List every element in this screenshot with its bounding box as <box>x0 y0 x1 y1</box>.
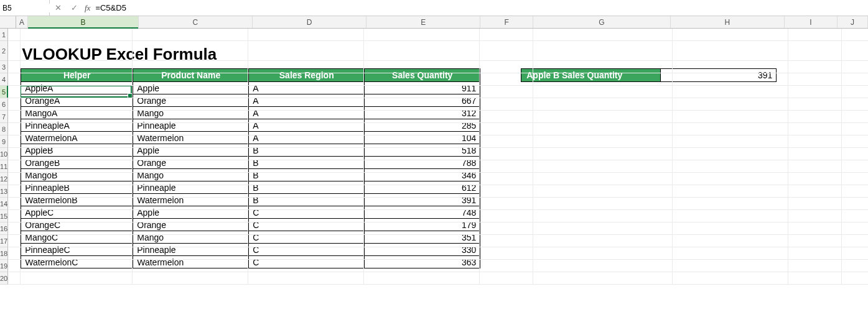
cell[interactable] <box>842 235 868 247</box>
cell[interactable] <box>21 173 133 185</box>
cell[interactable] <box>364 198 480 210</box>
cell[interactable] <box>8 222 21 235</box>
cell[interactable] <box>788 210 842 222</box>
cell[interactable] <box>364 135 480 148</box>
row-header-17[interactable]: 17 <box>0 235 8 247</box>
cell[interactable] <box>842 29 868 41</box>
cell[interactable] <box>133 61 248 73</box>
cell[interactable] <box>842 160 868 173</box>
cell[interactable] <box>842 210 868 222</box>
cell[interactable] <box>21 222 133 235</box>
cell[interactable] <box>480 135 533 148</box>
cell[interactable] <box>364 148 480 160</box>
cell[interactable] <box>480 148 533 160</box>
cell[interactable] <box>248 148 364 160</box>
column-header-C[interactable]: C <box>139 16 253 28</box>
cell[interactable] <box>673 111 788 123</box>
confirm-formula-button[interactable]: ✓ <box>66 0 82 16</box>
cell[interactable] <box>788 272 842 285</box>
column-header-I[interactable]: I <box>785 16 838 28</box>
row-header-3[interactable]: 3 <box>0 61 8 73</box>
cell[interactable] <box>842 260 868 272</box>
cell[interactable] <box>21 148 133 160</box>
cell[interactable] <box>480 123 533 135</box>
cell[interactable] <box>788 235 842 247</box>
cell[interactable] <box>8 173 21 185</box>
cell[interactable] <box>364 73 480 86</box>
cell[interactable] <box>248 173 364 185</box>
cell[interactable] <box>788 86 842 98</box>
cell[interactable] <box>673 198 788 210</box>
cell[interactable] <box>21 198 133 210</box>
cell[interactable] <box>8 123 21 135</box>
column-header-D[interactable]: D <box>253 16 366 28</box>
row-header-16[interactable]: 16 <box>0 222 8 235</box>
cell[interactable] <box>21 210 133 222</box>
cell[interactable] <box>133 210 248 222</box>
cell[interactable] <box>21 160 133 173</box>
cell[interactable] <box>480 173 533 185</box>
cell[interactable] <box>533 148 673 160</box>
cell[interactable] <box>533 272 673 285</box>
cell[interactable] <box>8 160 21 173</box>
cell[interactable] <box>364 98 480 111</box>
row-header-4[interactable]: 4 <box>0 73 8 86</box>
cell[interactable] <box>480 86 533 98</box>
cell[interactable] <box>533 173 673 185</box>
cell[interactable] <box>673 210 788 222</box>
cell[interactable] <box>673 135 788 148</box>
cell[interactable] <box>788 98 842 111</box>
cell[interactable] <box>842 247 868 260</box>
fx-label[interactable]: fx <box>82 0 93 16</box>
cell[interactable] <box>364 222 480 235</box>
cell[interactable] <box>21 260 133 272</box>
cell[interactable] <box>533 135 673 148</box>
cell[interactable] <box>480 41 533 61</box>
cell[interactable] <box>673 185 788 198</box>
cell[interactable] <box>788 41 842 61</box>
cell[interactable] <box>21 247 133 260</box>
cells-area[interactable]: VLOOKUP Excel Formula HelperProduct Name… <box>8 29 868 285</box>
cell[interactable] <box>673 173 788 185</box>
select-all-corner[interactable] <box>0 16 16 28</box>
row-header-7[interactable]: 7 <box>0 111 8 123</box>
cell[interactable] <box>133 247 248 260</box>
cell[interactable] <box>21 123 133 135</box>
cell[interactable] <box>788 123 842 135</box>
cell[interactable] <box>533 247 673 260</box>
row-header-1[interactable]: 1 <box>0 29 8 41</box>
cell[interactable] <box>8 272 21 285</box>
cell[interactable] <box>673 61 788 73</box>
cell[interactable] <box>364 173 480 185</box>
cell[interactable] <box>248 73 364 86</box>
cell[interactable] <box>673 98 788 111</box>
cell[interactable] <box>21 235 133 247</box>
cell[interactable] <box>248 247 364 260</box>
cell[interactable] <box>8 135 21 148</box>
cell[interactable] <box>133 123 248 135</box>
cell[interactable] <box>533 222 673 235</box>
cell[interactable] <box>842 272 868 285</box>
cell[interactable] <box>248 86 364 98</box>
cell[interactable] <box>480 61 533 73</box>
column-header-A[interactable]: A <box>16 16 29 28</box>
cell[interactable] <box>842 173 868 185</box>
cell[interactable] <box>533 41 673 61</box>
cell[interactable] <box>8 98 21 111</box>
cell[interactable] <box>248 135 364 148</box>
cell[interactable] <box>533 198 673 210</box>
cell[interactable] <box>8 86 21 98</box>
cell[interactable] <box>480 272 533 285</box>
cell[interactable] <box>788 160 842 173</box>
cell[interactable] <box>364 61 480 73</box>
cell[interactable] <box>533 61 673 73</box>
cell[interactable] <box>788 135 842 148</box>
cell[interactable] <box>480 235 533 247</box>
cell[interactable] <box>480 111 533 123</box>
cell[interactable] <box>788 198 842 210</box>
cell[interactable] <box>533 260 673 272</box>
cancel-formula-button[interactable]: ✕ <box>50 0 66 16</box>
cell[interactable] <box>480 247 533 260</box>
cell[interactable] <box>248 123 364 135</box>
cell[interactable] <box>133 272 248 285</box>
